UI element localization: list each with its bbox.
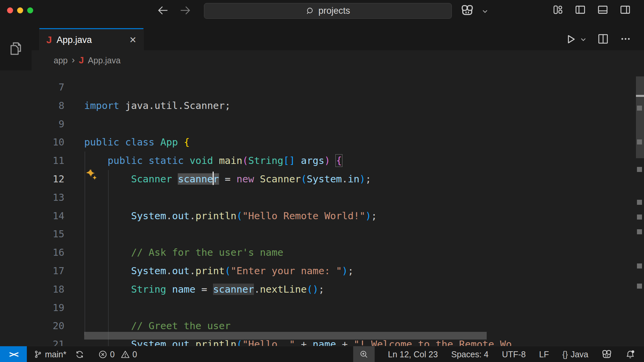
code-line: 16 // Ask for the user's name	[0, 243, 644, 262]
vertical-scrollbar[interactable]	[636, 76, 644, 158]
copilot-status-item[interactable]	[602, 346, 612, 362]
more-actions-button[interactable]	[620, 33, 632, 45]
warning-icon	[121, 350, 130, 359]
remote-indicator[interactable]: ><	[0, 346, 27, 362]
toggle-panel-button[interactable]	[597, 4, 608, 15]
code-text: public class App {	[84, 133, 190, 152]
branch-name: main*	[45, 350, 66, 359]
macos-minimize-button[interactable]	[17, 7, 23, 13]
arrow-left-icon	[156, 4, 169, 17]
line-number: 12	[32, 170, 64, 188]
breadcrumb-folder[interactable]: app	[54, 56, 68, 65]
sync-icon	[75, 350, 84, 359]
play-icon	[564, 33, 577, 46]
overview-ruler-marker	[637, 284, 642, 289]
line-number: 10	[32, 133, 64, 152]
sidebar-right-icon	[620, 4, 631, 15]
editor-tab-bar: J App.java ✕	[32, 28, 644, 51]
bell-icon	[625, 349, 635, 359]
run-button[interactable]	[564, 33, 577, 46]
code-line: 14 System.out.println("Hello Remote Worl…	[0, 207, 644, 225]
line-number: 18	[32, 280, 64, 299]
ellipsis-icon	[620, 33, 632, 45]
search-value: projects	[318, 6, 350, 16]
code-text: System.out.println("Hello Remote World!"…	[84, 207, 377, 225]
customize-layout-button[interactable]	[552, 4, 564, 15]
indentation: Spaces: 4	[451, 350, 488, 359]
language-mode-item[interactable]: {} Java	[562, 346, 588, 362]
navigate-forward-button[interactable]	[179, 4, 192, 17]
status-bar: >< main*	[0, 346, 644, 362]
notifications-item[interactable]	[625, 346, 635, 362]
branch-status-item[interactable]: main*	[34, 346, 66, 362]
code-text: Scanner scanner = new Scanner(System.in)…	[84, 170, 371, 188]
warning-count: 0	[132, 350, 137, 359]
eol: LF	[539, 350, 549, 359]
code-text: public static void main(String[] args) {	[84, 152, 342, 170]
arrow-right-icon	[179, 4, 192, 17]
encoding-item[interactable]: UTF-8	[502, 346, 526, 362]
problems-status-item[interactable]: 0 0	[98, 346, 137, 362]
encoding: UTF-8	[502, 350, 526, 359]
code-line: 7	[0, 78, 644, 97]
overview-ruler-marker	[637, 200, 642, 205]
error-icon	[98, 350, 107, 359]
git-branch-icon	[34, 350, 42, 359]
cursor-position-item[interactable]: Ln 12, Col 23	[388, 346, 438, 362]
chevron-right-icon: ›	[72, 55, 75, 65]
navigate-back-button[interactable]	[156, 4, 169, 17]
tab-close-button[interactable]: ✕	[129, 35, 137, 45]
copilot-menu-button[interactable]	[461, 4, 474, 17]
chevron-down-icon	[579, 36, 587, 44]
code-text: System.out.print("Enter your name: ");	[84, 262, 354, 280]
macos-zoom-button[interactable]	[27, 7, 33, 13]
breadcrumb-file[interactable]: App.java	[88, 56, 120, 65]
code-editor[interactable]: 78import java.util.Scanner;910public cla…	[0, 70, 644, 346]
sync-status-item[interactable]	[75, 346, 84, 362]
java-file-icon: J	[79, 55, 84, 66]
overview-ruler-marker	[637, 139, 642, 144]
line-number: 8	[32, 97, 64, 115]
tab-app-java[interactable]: J App.java ✕	[39, 28, 144, 51]
remote-icon: ><	[9, 349, 17, 359]
code-line: 17 System.out.print("Enter your name: ")…	[0, 262, 644, 280]
java-file-icon: J	[46, 34, 52, 46]
code-line: 18 String name = scanner.nextLine();	[0, 280, 644, 299]
chevron-down-icon[interactable]	[481, 7, 489, 15]
zoom-in-icon	[359, 350, 369, 359]
line-number: 21	[32, 335, 64, 346]
copilot-sparkle-icon[interactable]	[84, 168, 99, 182]
eol-item[interactable]: LF	[539, 346, 549, 362]
run-dropdown-button[interactable]	[579, 36, 587, 44]
macos-close-button[interactable]	[7, 7, 13, 13]
toggle-secondary-sidebar-button[interactable]	[620, 4, 631, 15]
indentation-item[interactable]: Spaces: 4	[451, 346, 488, 362]
line-number: 15	[32, 225, 64, 243]
split-editor-button[interactable]	[597, 33, 609, 45]
line-number: 7	[32, 78, 64, 97]
line-number: 14	[32, 207, 64, 225]
line-number: 17	[32, 262, 64, 280]
horizontal-scrollbar[interactable]	[84, 332, 487, 340]
error-count: 0	[110, 350, 115, 359]
overview-ruler-marker	[637, 106, 642, 111]
overview-ruler-marker	[637, 263, 642, 268]
command-center-search[interactable]: projects	[204, 3, 452, 19]
code-text: import java.util.Scanner;	[84, 97, 231, 115]
line-number: 11	[32, 152, 64, 170]
panel-bottom-icon	[597, 4, 608, 15]
code-text: String name = scanner.nextLine();	[84, 280, 324, 299]
line-number: 20	[32, 317, 64, 335]
code-line: 13	[0, 188, 644, 207]
code-line: 9	[0, 115, 644, 133]
zoom-status-item[interactable]	[353, 346, 375, 362]
search-icon	[306, 6, 315, 16]
overview-ruler-marker	[637, 167, 642, 172]
overview-ruler-marker	[637, 215, 642, 220]
tab-label: App.java	[57, 35, 125, 45]
copilot-icon	[602, 349, 612, 359]
toggle-primary-sidebar-button[interactable]	[575, 4, 586, 15]
sidebar-left-icon	[575, 4, 586, 15]
sidebar-item-explorer[interactable]	[0, 33, 32, 65]
code-line: 11 public static void main(String[] args…	[0, 152, 644, 170]
